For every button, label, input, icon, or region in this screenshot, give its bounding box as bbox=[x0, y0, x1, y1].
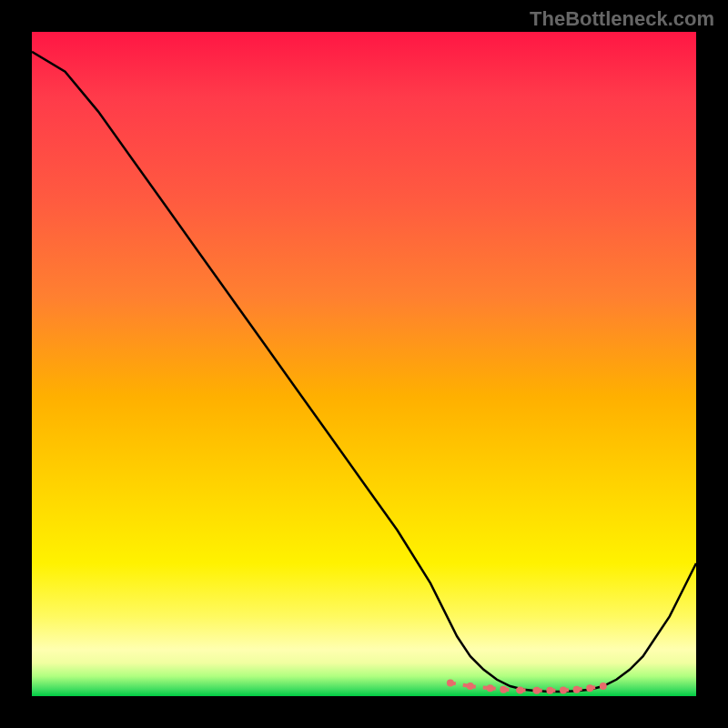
optimal-marker-dot bbox=[533, 687, 541, 694]
optimal-marker-dot bbox=[517, 686, 524, 693]
chart-container: TheBottleneck.com bbox=[0, 0, 728, 728]
bottleneck-curve-line bbox=[32, 52, 696, 692]
optimal-marker-dot bbox=[447, 679, 454, 686]
optimal-marker-dot bbox=[600, 682, 607, 690]
optimal-marker-dot bbox=[546, 687, 553, 694]
optimal-marker-dot bbox=[467, 682, 474, 690]
optimal-marker-dot bbox=[573, 686, 581, 693]
optimal-marker-dot bbox=[487, 684, 494, 692]
optimal-range-markers bbox=[447, 679, 607, 693]
plot-area bbox=[32, 32, 696, 696]
curve-svg bbox=[32, 32, 696, 696]
watermark-text: TheBottleneck.com bbox=[530, 7, 714, 31]
optimal-marker-dot bbox=[560, 686, 567, 693]
optimal-marker-dot bbox=[500, 686, 507, 693]
optimal-marker-dot bbox=[586, 684, 593, 692]
